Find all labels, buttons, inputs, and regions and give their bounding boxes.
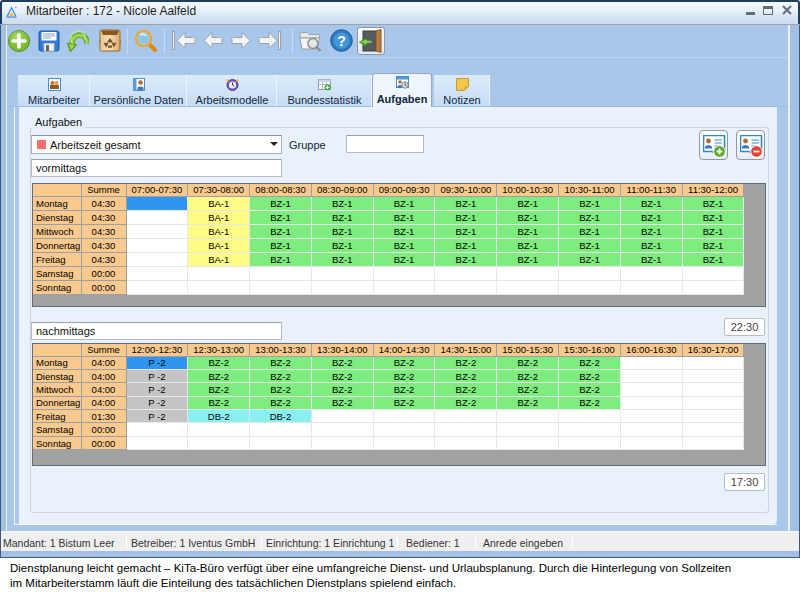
svg-text:?: ? (337, 33, 346, 49)
